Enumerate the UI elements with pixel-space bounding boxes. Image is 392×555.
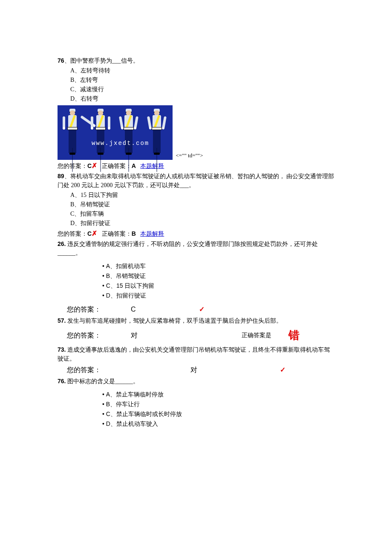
explain-link[interactable]: 本题解释: [140, 163, 164, 169]
q76a-option-a: A、左转弯待转: [70, 66, 334, 75]
q89-correct-answer: B: [132, 230, 136, 237]
police-figure-2: [92, 110, 110, 157]
q26-stem-text: 违反交通管制的规定强行通行，不听劝阻的，公安交通管理部门除按照规定处罚款外，还可…: [58, 241, 318, 256]
your-answer-label: 您的答案：: [58, 231, 87, 237]
q89-options: A、15 日以下拘留 B、吊销驾驶证 C、扣留车辆 D、扣留行驶证: [58, 191, 334, 228]
q89-option-c: C、扣留车辆: [70, 209, 334, 218]
q76a-answer-line: 您的答案：C✗ 正确答案：A 本题解释: [58, 161, 334, 171]
correct-answer-label: 正确答案：: [102, 231, 132, 237]
q26-stem: 26. 违反交通管制的规定强行通行，不听劝阻的，公安交通管理部门除按照规定处罚款…: [58, 240, 334, 257]
q73-your-answer: 对: [190, 365, 280, 375]
wrong-x-icon: ✗: [92, 230, 97, 237]
q76a-stem-text: 、图中警察手势为___信号。: [64, 58, 139, 64]
q73-stem: 73. 造成交通事故后逃逸的，由公安机关交通管理部门吊销机动车驾驶证，且终生不得…: [58, 345, 334, 363]
q73-answer-row: 您的答案： 对 ✓: [58, 365, 334, 375]
image-watermark: www.jxedt.com: [92, 139, 149, 148]
q76a-after-image-text: <="" td="">: [174, 152, 203, 159]
q26-your-answer: C: [131, 304, 199, 315]
q26-option-d: D、扣留行驶证: [102, 291, 334, 300]
q89-option-a: A、15 日以下拘留: [70, 191, 334, 199]
q76a-number: 76: [58, 57, 64, 64]
q76b-option-b: B、停车让行: [102, 400, 334, 409]
q76a-option-d: D、右转弯: [70, 94, 334, 103]
police-figure-4: [148, 110, 166, 157]
your-answer-label: 您的答案：: [58, 330, 131, 341]
q73-stem-text: 造成交通事故后逃逸的，由公安机关交通管理部门吊销机动车驾驶证，且终生不得重新取得…: [58, 347, 330, 362]
q76b-option-d: D、禁止机动车驶入: [102, 419, 334, 428]
q89-option-d: D、扣留行驶证: [70, 219, 334, 228]
q76b-option-c: C、禁止车辆临时或长时停放: [102, 410, 334, 419]
q76a-image-row: www.jxedt.com <="" td="">: [58, 104, 334, 160]
q76a-options: A、左转弯待转 B、左转弯 C、减速慢行 D、右转弯: [58, 66, 334, 103]
your-answer-label: 您的答案：: [58, 304, 131, 315]
q76b-number: 76.: [58, 378, 66, 384]
q76a-your-answer: C: [87, 162, 92, 169]
q89-stem: 89、将机动车交由未取得机动车驾驶证的人或机动车驾驶证被吊销、暂扣的人驾驶的， …: [58, 172, 334, 190]
police-figure-1: [63, 110, 81, 157]
q76a-correct-answer: A: [132, 162, 136, 169]
q76b-option-a: A、禁止车辆临时停放: [102, 390, 334, 399]
q76a-option-b: B、左转弯: [70, 75, 334, 84]
police-figure-3: [120, 110, 138, 157]
q76b-stem-text: 图中标志的含义是______。: [66, 378, 139, 384]
q76a-option-c: C、减速慢行: [70, 85, 334, 94]
q26-answer-row: 您的答案： C ✓: [58, 304, 334, 315]
q26-option-a: A、扣留机动车: [102, 262, 334, 271]
q26-number: 26.: [58, 240, 66, 247]
correct-answer-is-label: 正确答案是: [242, 331, 288, 340]
q26-option-c: C、15 日以下拘留: [102, 281, 334, 290]
q89-number: 89: [58, 173, 64, 179]
q57-answer-row: 您的答案： 对 正确答案是 错: [58, 327, 334, 344]
q57-correct-answer: 错: [288, 327, 300, 344]
q26-option-b: B、吊销驾驶证: [102, 272, 334, 280]
q76b-options: A、禁止车辆临时停放 B、停车让行 C、禁止车辆临时或长时停放 D、禁止机动车驶…: [58, 390, 334, 428]
q57-stem-text: 发生与前车追尾碰撞时，驾驶人应紧靠椅背，双手迅速置于脑后合并护住头后部。: [66, 318, 282, 324]
q73-number: 73.: [58, 346, 66, 353]
q57-your-answer: 对: [131, 330, 199, 341]
q57-number: 57.: [58, 317, 66, 324]
correct-answer-label: 正确答案：: [102, 163, 132, 169]
explain-link[interactable]: 本题解释: [140, 231, 164, 237]
q76a-stem: 76、图中警察手势为___信号。: [58, 56, 334, 65]
q89-your-answer: C: [87, 230, 92, 237]
q26-options: A、扣留机动车 B、吊销驾驶证 C、15 日以下拘留 D、扣留行驶证: [58, 262, 334, 300]
your-answer-label: 您的答案：: [58, 365, 190, 375]
q89-answer-line: 您的答案：C✗ 正确答案：B 本题解释: [58, 228, 334, 239]
q76b-stem: 76. 图中标志的含义是______。: [58, 377, 334, 386]
wrong-x-icon: ✗: [92, 162, 97, 169]
q89-option-b: B、吊销驾驶证: [70, 200, 334, 209]
q57-stem: 57. 发生与前车追尾碰撞时，驾驶人应紧靠椅背，双手迅速置于脑后合并护住头后部。: [58, 316, 334, 325]
q89-stem-text: 、将机动车交由未取得机动车驾驶证的人或机动车驾驶证被吊销、暂扣的人驾驶的， 由公…: [58, 173, 334, 188]
police-signal-image: www.jxedt.com: [58, 105, 173, 160]
correct-check-icon: ✓: [280, 365, 323, 375]
correct-check-icon: ✓: [199, 304, 242, 315]
